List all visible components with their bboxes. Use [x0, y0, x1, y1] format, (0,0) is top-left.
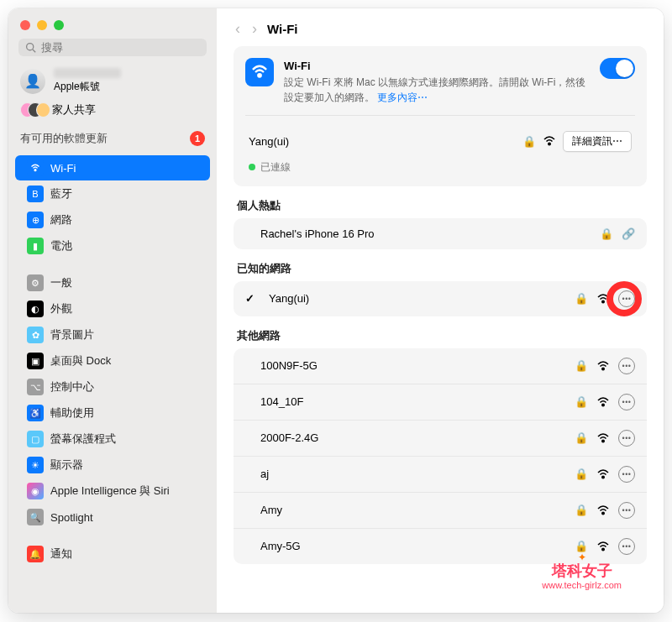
network-name: Yang(ui)	[265, 292, 566, 305]
apple-account-row[interactable]: 👤 Apple帳號	[8, 65, 217, 97]
more-options-button[interactable]: •••	[618, 290, 635, 307]
update-label: 有可用的軟體更新	[20, 131, 108, 146]
sidebar-item-wallpaper[interactable]: ✿背景圖片	[15, 322, 210, 348]
other-network-row[interactable]: Amy🔒•••	[234, 493, 647, 529]
software-update-row[interactable]: 有可用的軟體更新 1	[8, 126, 217, 154]
checkmark-icon: ✓	[245, 292, 257, 305]
sidebar-item-general[interactable]: ⚙一般	[15, 270, 210, 295]
sidebar-item-bluetooth[interactable]: B藍牙	[15, 181, 210, 206]
search-input[interactable]	[41, 41, 200, 54]
sidebar-item-label: 網路	[50, 212, 72, 227]
watermark: ✦ 塔科女子 www.tech-girlz.com	[542, 552, 622, 590]
known-network-row[interactable]: ✓ Yang(ui) 🔒 •••	[234, 281, 647, 316]
close-button[interactable]	[20, 20, 30, 30]
sidebar-item-label: 輔助使用	[50, 405, 94, 421]
sidebar-item-spotlight[interactable]: 🔍Spotlight	[15, 504, 210, 530]
wifi-signal-icon	[596, 469, 610, 479]
settings-window: 👤 Apple帳號 家人共享 有可用的軟體更新 1 Wi-Fi B藍牙 ⊕網路 …	[8, 8, 664, 613]
network-name: aj	[245, 468, 566, 480]
sidebar-item-label: 一般	[50, 275, 72, 290]
minimize-button[interactable]	[37, 20, 47, 30]
wifi-icon	[27, 159, 44, 176]
other-network-row[interactable]: 2000F-2.4G🔒•••	[234, 421, 647, 457]
svg-point-3	[258, 74, 261, 77]
sidebar-item-label: Spotlight	[50, 511, 93, 524]
sidebar-item-notifications[interactable]: 🔔通知	[15, 541, 210, 567]
nav-back[interactable]: ‹	[234, 20, 242, 38]
lock-icon: 🔒	[522, 135, 536, 148]
other-network-row[interactable]: aj🔒•••	[234, 457, 647, 493]
displays-icon: ☀	[27, 457, 44, 473]
lock-icon: 🔒	[575, 504, 588, 516]
sidebar-item-wifi[interactable]: Wi-Fi	[15, 155, 210, 180]
nav-forward: ›	[250, 20, 259, 38]
screensaver-icon: ▢	[27, 431, 44, 447]
other-network-row[interactable]: 104_10F🔒•••	[234, 384, 647, 421]
lock-icon: 🔒	[575, 395, 588, 408]
status-dot	[249, 164, 255, 170]
details-button[interactable]: 詳細資訊⋯	[563, 131, 632, 152]
other-list: 100N9F-5G🔒••• 104_10F🔒••• 2000F-2.4G🔒•••…	[234, 348, 647, 564]
dock-icon: ▣	[27, 353, 44, 369]
sidebar-item-label: 藍牙	[50, 186, 72, 201]
battery-icon: ▮	[27, 238, 44, 254]
svg-point-10	[602, 512, 604, 514]
wifi-card-desc: 設定 Wi-Fi 來將 Mac 以無線方式連接網際網路。請開啟 Wi-Fi，然後…	[284, 76, 585, 103]
sidebar-item-dock[interactable]: ▣桌面與 Dock	[15, 348, 210, 374]
sidebar-item-label: 電池	[50, 238, 72, 254]
current-network-name: Yang(ui)	[249, 135, 516, 148]
hotspot-row[interactable]: Rachel's iPhone 16 Pro 🔒 🔗	[234, 218, 647, 249]
family-sharing-row[interactable]: 家人共享	[8, 97, 217, 126]
wifi-summary-card: Wi-Fi 設定 Wi-Fi 來將 Mac 以無線方式連接網際網路。請開啟 Wi…	[234, 46, 647, 186]
lock-icon: 🔒	[575, 468, 588, 480]
lock-icon: 🔒	[575, 540, 588, 552]
sidebar-item-control-center[interactable]: ⌥控制中心	[15, 374, 210, 400]
wifi-signal-icon	[596, 397, 610, 407]
sidebar-item-label: Apple Intelligence 與 Siri	[50, 483, 170, 499]
svg-point-4	[549, 143, 550, 144]
sidebar-item-battery[interactable]: ▮電池	[15, 233, 210, 259]
sidebar-item-accessibility[interactable]: ♿輔助使用	[15, 400, 210, 426]
sidebar-list: Wi-Fi B藍牙 ⊕網路 ▮電池 ⚙一般 ◐外觀 ✿背景圖片 ▣桌面與 Doc…	[8, 154, 217, 613]
lock-icon: 🔒	[600, 227, 613, 240]
sidebar-item-network[interactable]: ⊕網路	[15, 207, 210, 233]
more-options-button[interactable]: •••	[618, 502, 635, 519]
sidebar-item-appearance[interactable]: ◐外觀	[15, 296, 210, 321]
control-center-icon: ⌥	[27, 379, 44, 395]
wifi-toggle[interactable]	[600, 58, 635, 79]
wifi-signal-icon	[596, 541, 610, 551]
known-list: ✓ Yang(ui) 🔒 •••	[234, 281, 647, 316]
sidebar-item-label: 通知	[50, 546, 72, 562]
section-other: 其他網路	[237, 328, 647, 343]
search-field[interactable]	[18, 39, 207, 56]
lock-icon: 🔒	[575, 431, 588, 444]
lock-icon: 🔒	[575, 292, 588, 305]
link-icon: 🔗	[622, 227, 635, 240]
avatar: 👤	[20, 69, 45, 94]
more-options-button[interactable]: •••	[618, 430, 635, 447]
svg-point-0	[27, 44, 34, 50]
maximize-button[interactable]	[54, 20, 64, 30]
sidebar-item-screensaver[interactable]: ▢螢幕保護程式	[15, 426, 210, 452]
more-link[interactable]: 更多內容⋯	[377, 91, 428, 103]
network-name: 104_10F	[245, 395, 566, 408]
sidebar-item-displays[interactable]: ☀顯示器	[15, 452, 210, 478]
page-title: Wi-Fi	[267, 22, 298, 36]
svg-line-1	[33, 50, 35, 52]
update-badge: 1	[190, 131, 205, 146]
watermark-sub: www.tech-girlz.com	[542, 580, 622, 590]
other-network-row[interactable]: 100N9F-5G🔒•••	[234, 348, 647, 384]
family-avatars	[20, 102, 44, 118]
network-name: 100N9F-5G	[245, 359, 566, 372]
more-options-button[interactable]: •••	[618, 394, 635, 410]
wifi-signal-icon	[596, 294, 610, 304]
sidebar-item-label: 控制中心	[50, 379, 94, 395]
more-options-button[interactable]: •••	[618, 358, 635, 374]
sidebar-item-siri[interactable]: ◉Apple Intelligence 與 Siri	[15, 478, 210, 504]
sidebar-item-label: 顯示器	[50, 457, 83, 473]
wallpaper-icon: ✿	[27, 327, 44, 343]
wifi-icon	[245, 58, 274, 86]
account-name-redacted	[54, 68, 121, 78]
more-options-button[interactable]: •••	[618, 466, 635, 483]
network-icon: ⊕	[27, 212, 44, 228]
